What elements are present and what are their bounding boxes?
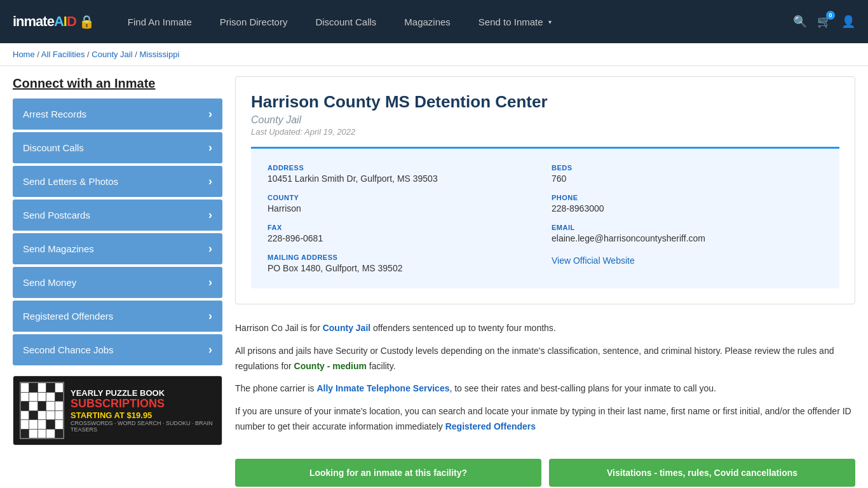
logo-icon: 🔒: [79, 14, 95, 29]
email-cell: EMAIL elaine.lege@harrisoncountysheriff.…: [545, 219, 829, 248]
user-icon: 👤: [841, 15, 855, 28]
fax-cell: FAX 228-896-0681: [261, 219, 545, 248]
nav-magazines[interactable]: Magazines: [390, 0, 465, 43]
facility-updated: Last Updated: April 19, 2022: [251, 127, 839, 137]
desc-para2: All prisons and jails have Security or C…: [235, 344, 855, 374]
chevron-right-icon: ›: [208, 276, 212, 289]
county-jail-link[interactable]: County Jail: [323, 323, 370, 333]
registered-offenders-link[interactable]: Registered Offenders: [445, 421, 536, 431]
sidebar-item-registered-offenders[interactable]: Registered Offenders ›: [13, 301, 222, 332]
website-cell: View Official Website: [545, 248, 829, 278]
facility-type: County Jail: [251, 114, 839, 126]
facility-title: Harrison County MS Detention Center: [251, 92, 839, 112]
facility-description: Harrison Co Jail is for County Jail offe…: [235, 315, 855, 449]
breadcrumb-home[interactable]: Home: [13, 50, 35, 59]
main-content: Harrison County MS Detention Center Coun…: [235, 76, 855, 488]
nav-find-inmate[interactable]: Find An Inmate: [114, 0, 206, 43]
phone-cell: PHONE 228-8963000: [545, 189, 829, 219]
chevron-right-icon: ›: [208, 141, 212, 154]
sidebar-title: Connect with an Inmate: [13, 76, 222, 91]
sidebar-item-send-magazines[interactable]: Send Magazines ›: [13, 233, 222, 264]
user-button[interactable]: 👤: [841, 15, 855, 29]
nav-send-to-inmate[interactable]: Send to Inmate ▾: [465, 0, 566, 43]
main-layout: Connect with an Inmate Arrest Records › …: [0, 66, 868, 488]
ad-text: YEARLY PUZZLE BOOK SUBSCRIPTIONS STARTIN…: [71, 388, 215, 433]
facility-card: Harrison County MS Detention Center Coun…: [235, 76, 855, 304]
main-nav: Find An Inmate Prison Directory Discount…: [114, 0, 793, 43]
sidebar-item-second-chance-jobs[interactable]: Second Chance Jobs ›: [13, 334, 222, 365]
facility-info-grid: ADDRESS 10451 Larkin Smith Dr, Gulfport,…: [251, 147, 839, 288]
search-icon: 🔍: [793, 15, 807, 28]
search-button[interactable]: 🔍: [793, 15, 807, 29]
desc-para4: If you are unsure of your inmate's locat…: [235, 404, 855, 435]
sidebar-item-send-letters[interactable]: Send Letters & Photos ›: [13, 166, 222, 197]
county-cell: COUNTY Harrison: [261, 189, 545, 219]
header-icons: 🔍 🛒 0 👤: [793, 15, 855, 29]
sidebar-item-discount-calls[interactable]: Discount Calls ›: [13, 132, 222, 163]
find-inmate-facility-button[interactable]: Looking for an inmate at this facility?: [235, 459, 541, 487]
chevron-right-icon: ›: [208, 309, 212, 323]
breadcrumb: Home / All Facilities / County Jail / Mi…: [0, 43, 868, 66]
sidebar-item-send-postcards[interactable]: Send Postcards ›: [13, 200, 222, 231]
address-cell: ADDRESS 10451 Larkin Smith Dr, Gulfport,…: [261, 159, 545, 189]
sidebar-ad[interactable]: YEARLY PUZZLE BOOK SUBSCRIPTIONS STARTIN…: [13, 376, 222, 445]
beds-cell: BEDS 760: [545, 159, 829, 189]
sidebar-item-send-money[interactable]: Send Money ›: [13, 267, 222, 298]
county-medium-link[interactable]: County - medium: [294, 361, 367, 371]
chevron-right-icon: ›: [208, 343, 212, 356]
logo[interactable]: inmateAID 🔒: [13, 13, 95, 30]
desc-para1: Harrison Co Jail is for County Jail offe…: [235, 321, 855, 336]
sidebar-item-arrest-records[interactable]: Arrest Records ›: [13, 98, 222, 130]
site-header: inmateAID 🔒 Find An Inmate Prison Direct…: [0, 0, 868, 43]
desc-para3: The phone carrier is Ally Inmate Telepho…: [235, 381, 855, 396]
breadcrumb-mississippi[interactable]: Mississippi: [139, 50, 179, 59]
visitations-button[interactable]: Visitations - times, rules, Covid cancel…: [549, 459, 855, 487]
chevron-right-icon: ›: [208, 208, 212, 222]
cart-badge: 0: [826, 11, 835, 20]
nav-prison-directory[interactable]: Prison Directory: [206, 0, 302, 43]
breadcrumb-county-jail[interactable]: County Jail: [92, 50, 132, 59]
chevron-right-icon: ›: [208, 242, 212, 255]
dropdown-arrow-icon: ▾: [548, 18, 552, 25]
cart-button[interactable]: 🛒 0: [817, 15, 831, 29]
action-buttons: Looking for an inmate at this facility? …: [235, 459, 855, 487]
nav-discount-calls[interactable]: Discount Calls: [301, 0, 390, 43]
sidebar: Connect with an Inmate Arrest Records › …: [13, 76, 222, 488]
ally-telephone-link[interactable]: Ally Inmate Telephone Services: [316, 383, 449, 393]
chevron-right-icon: ›: [208, 175, 212, 188]
breadcrumb-all-facilities[interactable]: All Facilities: [41, 50, 85, 59]
ad-crossword-graphic: [20, 382, 64, 439]
chevron-right-icon: ›: [208, 107, 212, 121]
official-website-link[interactable]: View Official Website: [552, 255, 635, 266]
mailing-cell: MAILING ADDRESS PO Box 1480, Gulfport, M…: [261, 248, 545, 278]
